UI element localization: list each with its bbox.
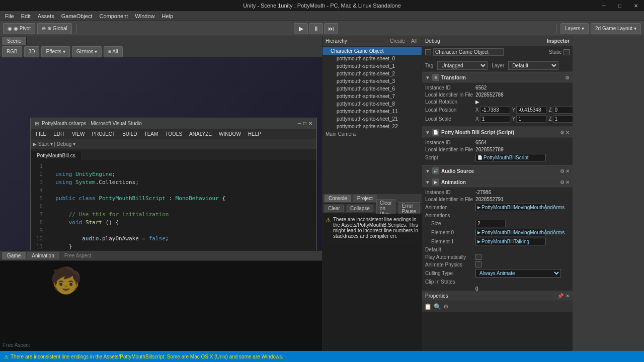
rgb-button[interactable]: RGB	[2, 46, 22, 57]
tag-select[interactable]: Untagged	[437, 61, 488, 70]
layers-button[interactable]: Layers ▾	[560, 23, 589, 34]
script-component-header[interactable]: ▼ 📄 Potty Mouth Bill Script (Script) ⚙ ✕	[422, 127, 573, 138]
menu-file[interactable]: File	[2, 12, 17, 20]
hierarchy-item-sprite7[interactable]: pottymouth-sprite-sheet_7	[323, 93, 422, 100]
anim-states-value-row: 0	[425, 286, 570, 291]
anim-ref-value[interactable]: ▶ PottyMouthBillMovingMouthAndArms	[475, 204, 546, 211]
effects-button[interactable]: Effects ▾	[41, 46, 69, 57]
hierarchy-item-sprite1[interactable]: pottymouth-sprite-sheet_1	[323, 62, 422, 70]
pos-x-input[interactable]	[480, 106, 510, 114]
step-button[interactable]: ⏭	[324, 23, 338, 34]
culling-select[interactable]: Always Animate	[475, 269, 561, 278]
maximize-button[interactable]: □	[612, 0, 628, 11]
vs-menu-team[interactable]: TEAM	[141, 131, 162, 137]
menu-gameobject[interactable]: GameObject	[58, 12, 96, 20]
pos-z-input[interactable]	[553, 106, 573, 114]
hierarchy-item-sprite2[interactable]: pottymouth-sprite-sheet_2	[323, 70, 422, 77]
props-icon2[interactable]: 🔍	[434, 303, 441, 310]
pos-y-input[interactable]	[516, 106, 546, 114]
minimize-button[interactable]: ─	[596, 0, 612, 11]
vs-menu-window[interactable]: WINDOW	[216, 131, 244, 137]
props-pin-icon[interactable]: 📌	[557, 293, 564, 299]
anim-size-input[interactable]	[475, 220, 506, 227]
script-settings-icon[interactable]: ⚙	[560, 130, 565, 135]
animation-component-header[interactable]: ▼ ▶ Animation ⚙ ✕	[422, 176, 573, 188]
hierarchy-item-sprite22[interactable]: pottymouth-sprite-sheet_22	[323, 123, 422, 130]
pause-button[interactable]: ⏸	[309, 23, 323, 34]
hierarchy-item-sprite6[interactable]: pottymouth-sprite-sheet_6	[323, 85, 422, 93]
inspector-content[interactable]: Static Tag Untagged Layer Default ▼ ⊕ Tr…	[422, 46, 573, 291]
hierarchy-title: Hierarchy	[326, 38, 347, 44]
tab-project[interactable]: Project	[353, 195, 377, 202]
menu-edit[interactable]: Edit	[18, 12, 34, 20]
vs-menu-analyze[interactable]: ANALYZE	[186, 131, 215, 137]
global-button[interactable]: ⊕ ⊕ Global	[37, 23, 72, 34]
vs-menu-build[interactable]: BUILD	[119, 131, 140, 137]
gizmos-button[interactable]: Gizmos ▾	[72, 46, 102, 57]
code-editor[interactable]: 12345 678910 1112131415 1617181920 21 us…	[31, 160, 316, 250]
vs-menu-project[interactable]: PROJECT	[89, 131, 118, 137]
script-ref-value[interactable]: 📄 PottyMouthBillScript	[475, 154, 546, 161]
menu-assets[interactable]: Assets	[35, 12, 57, 20]
play-button[interactable]: ▶	[294, 23, 308, 34]
tab-game[interactable]: Game	[2, 252, 26, 259]
props-icon3[interactable]: ⚙	[443, 303, 449, 310]
object-name-input[interactable]	[433, 48, 504, 56]
menu-help[interactable]: Help	[158, 12, 176, 20]
collapse-btn[interactable]: Collapse	[347, 205, 373, 212]
3d-button[interactable]: 3D	[24, 46, 40, 57]
error-pause-btn[interactable]: Error Pause	[398, 202, 420, 215]
anim-element0-value[interactable]: ▶ PottyMouthBillMovingMouthAndArms	[475, 229, 546, 236]
vscode-min[interactable]: ─	[298, 121, 301, 126]
vscode-close[interactable]: ✕	[308, 121, 312, 126]
tab-animation[interactable]: Animation	[27, 252, 59, 259]
hierarchy-item-sprite21[interactable]: pottymouth-sprite-sheet_21	[323, 115, 422, 123]
transform-component-header[interactable]: ▼ ⊕ Transform ⚙	[422, 72, 573, 83]
animate-physics-checkbox[interactable]	[475, 261, 481, 267]
close-button[interactable]: ✕	[628, 0, 644, 11]
transform-settings-icon[interactable]: ⚙	[565, 75, 570, 80]
anim-element1-value[interactable]: ▶ PottyMouthBillTalking	[475, 238, 546, 245]
props-icon1[interactable]: 📋	[424, 303, 432, 310]
anim-animations-row: Animations	[425, 213, 570, 218]
props-close-icon[interactable]: ✕	[566, 293, 570, 299]
static-checkbox[interactable]	[564, 49, 570, 55]
layout-button[interactable]: 2d Game Layout ▾	[591, 23, 641, 34]
script-x-icon[interactable]: ✕	[566, 130, 570, 135]
hierarchy-item-sprite8[interactable]: pottymouth-sprite-sheet_8	[323, 100, 422, 108]
audio-component-header[interactable]: ▼ 🔊 Audio Source ⚙ ✕	[422, 165, 573, 176]
audio-x-icon[interactable]: ✕	[566, 168, 570, 174]
hierarchy-item-character[interactable]: Character Game Object	[323, 47, 422, 55]
vs-tab-potty[interactable]: PottyMouthBill.cs	[31, 151, 82, 160]
pivot-button[interactable]: ◉ ◉ Pivot	[3, 23, 35, 34]
vs-menu-tools[interactable]: TOOLS	[162, 131, 185, 137]
scale-x-input[interactable]	[480, 115, 510, 123]
clear-btn[interactable]: Clear	[325, 205, 344, 212]
anim-settings-icon[interactable]: ⚙	[560, 179, 565, 185]
vs-menu-help[interactable]: HELP	[245, 131, 264, 137]
hierarchy-all-btn[interactable]: All	[409, 38, 419, 44]
status-text: There are inconsistent line endings in t…	[11, 354, 283, 359]
hierarchy-item-sprite3[interactable]: pottymouth-sprite-sheet_3	[323, 77, 422, 85]
vs-menu-edit[interactable]: EDIT	[50, 131, 68, 137]
anim-x-icon[interactable]: ✕	[566, 179, 570, 185]
tab-scene[interactable]: Scene	[2, 37, 27, 45]
scale-z-input[interactable]	[553, 115, 573, 123]
hierarchy-item-sprite11[interactable]: pottymouth-sprite-sheet_11	[323, 108, 422, 115]
audio-settings-icon[interactable]: ⚙	[560, 168, 565, 174]
tab-console[interactable]: Console	[325, 195, 351, 202]
hierarchy-item-sprite0[interactable]: pottymouth-sprite-sheet_0	[323, 55, 422, 62]
vs-menu-file[interactable]: FILE	[33, 131, 49, 137]
layer-select[interactable]: Default	[508, 61, 558, 70]
vscode-max[interactable]: □	[303, 121, 306, 126]
menu-window[interactable]: Window	[132, 12, 157, 20]
warning-icon: ⚠	[4, 354, 9, 359]
vs-menu-view[interactable]: VIEW	[69, 131, 88, 137]
scale-y-input[interactable]	[516, 115, 546, 123]
hierarchy-create-btn[interactable]: Create	[388, 38, 407, 44]
play-auto-checkbox[interactable]	[475, 254, 481, 260]
active-checkbox[interactable]	[425, 49, 431, 55]
hierarchy-item-camera[interactable]: Main Camera	[323, 130, 422, 138]
menu-component[interactable]: Component	[96, 12, 131, 20]
all-button[interactable]: ≡ All	[104, 46, 122, 57]
